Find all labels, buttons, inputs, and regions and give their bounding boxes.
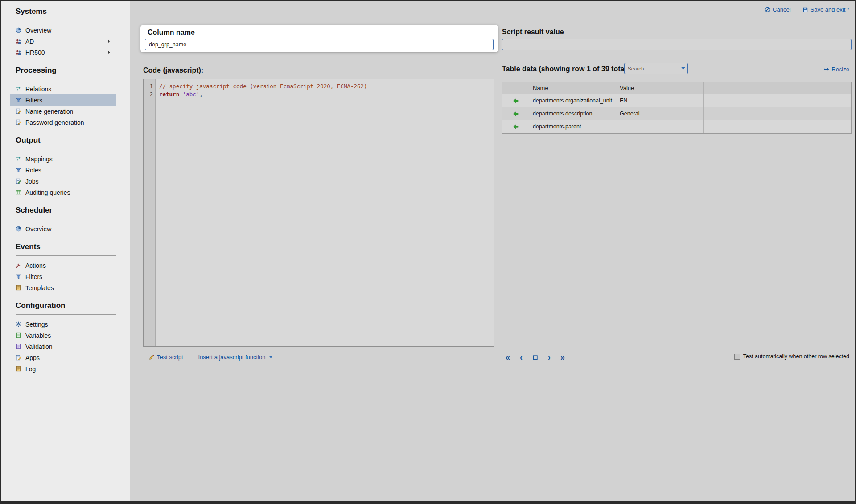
sidebar-item-label: Name generation [25, 108, 73, 115]
resize-icon [823, 66, 829, 72]
doc-purple-icon [16, 344, 21, 349]
save-icon [802, 7, 808, 12]
cancel-button[interactable]: Cancel [765, 6, 790, 13]
sidebar-item-label: Roles [25, 167, 41, 174]
line-number: 2 [144, 90, 155, 98]
line-number: 1 [144, 82, 155, 90]
script-result-input[interactable] [502, 39, 852, 50]
line-numbers: 12 [144, 79, 156, 346]
sidebar-item-overview[interactable]: Overview [10, 223, 116, 234]
row-arrow-icon [513, 111, 519, 117]
sidebar-item-label: Filters [25, 273, 42, 280]
row-filler [704, 94, 851, 107]
sidebar-item-ad[interactable]: AD [10, 36, 116, 47]
sidebar-item-password-generation[interactable]: Password generation [10, 117, 116, 128]
table-body: departments.organizational_unitENdepartm… [502, 94, 851, 133]
sidebar-item-log[interactable]: Log [10, 363, 116, 374]
editor-actions: Test script Insert a javascript function [149, 354, 274, 361]
search-dropdown-icon[interactable] [679, 66, 687, 71]
table-row[interactable]: departments.organizational_unitEN [502, 94, 851, 107]
test-script-label: Test script [157, 354, 183, 361]
funnel-icon [16, 274, 21, 279]
row-arrow-icon [513, 124, 519, 130]
auto-test-checkbox[interactable] [734, 354, 740, 360]
code-area: // specify javascript code (version Ecma… [156, 79, 494, 346]
sidebar-item-label: HR500 [25, 49, 45, 56]
topbar: Cancel Save and exit * [765, 6, 849, 13]
code-label: Code (javascript): [143, 66, 203, 74]
sidebar-item-validation[interactable]: Validation [10, 341, 116, 352]
sidebar-item-label: Overview [25, 27, 51, 34]
sidebar-item-variables[interactable]: Variables [10, 330, 116, 341]
sidebar-item-label: Filters [25, 97, 42, 104]
row-name: departments.organizational_unit [529, 94, 616, 107]
sidebar-item-jobs[interactable]: Jobs [10, 176, 116, 187]
doc-pencil-icon [16, 108, 21, 114]
save-and-exit-label: Save and exit * [811, 6, 849, 13]
pencil-icon [149, 354, 155, 360]
gear-icon [16, 321, 21, 327]
sidebar-section-systems: SystemsOverviewADHR500 [1, 7, 130, 58]
save-and-exit-button[interactable]: Save and exit * [802, 6, 849, 13]
sidebar-item-hr500[interactable]: HR500 [10, 47, 116, 58]
table-grid-icon [16, 189, 21, 195]
row-filler [704, 107, 851, 120]
search-input[interactable] [625, 66, 679, 71]
column-header-value: Value [616, 82, 704, 94]
auto-test-label: Test automatically when other row select… [743, 353, 849, 360]
arrows-icon [16, 86, 21, 92]
doc-pencil-icon [16, 119, 21, 125]
pagination-next-button[interactable]: › [548, 353, 551, 361]
sidebar-item-relations[interactable]: Relations [10, 83, 116, 94]
sidebar-item-label: Log [25, 365, 36, 373]
sidebar-item-label: Apps [25, 354, 40, 361]
sidebar-item-auditing-queries[interactable]: Auditing queries [10, 187, 116, 198]
sidebar-item-filters[interactable]: Filters [10, 94, 116, 106]
funnel-icon [16, 167, 21, 173]
sidebar-item-label: AD [25, 38, 34, 45]
section-heading: Processing [16, 66, 116, 79]
table-row[interactable]: departments.parent [502, 120, 851, 133]
sidebar-item-name-generation[interactable]: Name generation [10, 106, 116, 117]
auto-test-option: Test automatically when other row select… [734, 353, 849, 360]
sidebar-item-label: Auditing queries [25, 189, 70, 196]
sidebar-item-templates[interactable]: Templates [10, 282, 116, 293]
wrench-icon [16, 262, 21, 268]
sidebar-section-scheduler: SchedulerOverview [1, 206, 130, 234]
doc-orange-icon [16, 285, 21, 291]
code-editor[interactable]: 12 // specify javascript code (version E… [143, 79, 494, 347]
pagination-prev-button[interactable]: ‹ [520, 353, 523, 361]
column-header-icon [502, 82, 529, 94]
sidebar-item-actions[interactable]: Actions [10, 260, 116, 271]
section-heading: Systems [16, 7, 116, 20]
sidebar-item-overview[interactable]: Overview [10, 25, 116, 36]
insert-function-button[interactable]: Insert a javascript function [198, 354, 274, 361]
code-line: // specify javascript code (version Ecma… [159, 82, 491, 90]
sidebar-item-mappings[interactable]: Mappings [10, 153, 116, 164]
pie-icon [16, 27, 21, 33]
table-row[interactable]: departments.descriptionGeneral [502, 107, 851, 120]
resize-button[interactable]: Resize [823, 66, 849, 73]
sidebar-item-settings[interactable]: Settings [10, 319, 116, 330]
cancel-label: Cancel [773, 6, 790, 13]
code-line: return 'abc'; [159, 90, 491, 98]
sidebar: SystemsOverviewADHR500ProcessingRelation… [1, 1, 130, 501]
row-value: General [616, 107, 704, 120]
pagination-last-button[interactable]: » [560, 353, 565, 361]
pagination-current-button[interactable] [532, 355, 538, 361]
sidebar-item-label: Mappings [25, 156, 53, 163]
column-name-input[interactable] [145, 39, 494, 50]
pagination-first-button[interactable]: « [506, 353, 510, 361]
row-value: EN [616, 94, 704, 107]
column-header-name: Name [529, 82, 616, 94]
sidebar-item-roles[interactable]: Roles [10, 164, 116, 176]
sidebar-item-label: Settings [25, 321, 48, 328]
sidebar-section-processing: ProcessingRelationsFiltersName generatio… [1, 66, 130, 128]
test-script-button[interactable]: Test script [149, 354, 183, 361]
doc-orange-icon [16, 366, 21, 372]
sidebar-item-apps[interactable]: Apps [10, 352, 116, 363]
row-filler [704, 120, 851, 133]
sidebar-item-filters[interactable]: Filters [10, 271, 116, 282]
pagination: «‹›» [506, 352, 565, 363]
sidebar-item-label: Password generation [25, 119, 84, 126]
